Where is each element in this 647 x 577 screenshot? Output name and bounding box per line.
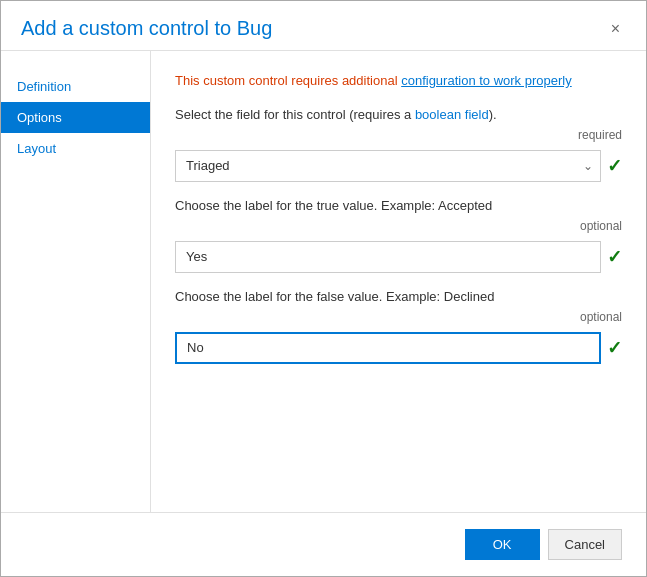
content-area: This custom control requires additional … xyxy=(151,51,646,512)
dialog-title: Add a custom control to Bug xyxy=(21,17,272,40)
field2-label: Choose the label for the true value. Exa… xyxy=(175,198,622,213)
dialog: Add a custom control to Bug × Definition… xyxy=(0,0,647,577)
sidebar-item-layout[interactable]: Layout xyxy=(1,133,150,164)
field3-check-icon: ✓ xyxy=(607,337,622,359)
field2-check-icon: ✓ xyxy=(607,246,622,268)
field1-row: Triaged Activated Resolved Closed ⌄ ✓ xyxy=(175,150,622,182)
sidebar-item-definition[interactable]: Definition xyxy=(1,71,150,102)
field1-required-label: required xyxy=(175,128,622,142)
info-message: This custom control requires additional … xyxy=(175,71,622,91)
dialog-body: Definition Options Layout This custom co… xyxy=(1,51,646,512)
field1-select[interactable]: Triaged Activated Resolved Closed xyxy=(175,150,601,182)
field3-input[interactable] xyxy=(175,332,601,364)
field1-check-icon: ✓ xyxy=(607,155,622,177)
ok-button[interactable]: OK xyxy=(465,529,540,560)
field3-row: ✓ xyxy=(175,332,622,364)
close-button[interactable]: × xyxy=(605,19,626,39)
field1-label: Select the field for this control (requi… xyxy=(175,107,622,122)
sidebar: Definition Options Layout xyxy=(1,51,151,512)
field2-input[interactable] xyxy=(175,241,601,273)
field2-group: Choose the label for the true value. Exa… xyxy=(175,198,622,273)
field3-optional-label: optional xyxy=(175,310,622,324)
dialog-header: Add a custom control to Bug × xyxy=(1,1,646,51)
field3-group: Choose the label for the false value. Ex… xyxy=(175,289,622,364)
field1-select-wrapper: Triaged Activated Resolved Closed ⌄ xyxy=(175,150,601,182)
sidebar-item-options[interactable]: Options xyxy=(1,102,150,133)
field1-group: Select the field for this control (requi… xyxy=(175,107,622,182)
dialog-footer: OK Cancel xyxy=(1,512,646,576)
field2-row: ✓ xyxy=(175,241,622,273)
cancel-button[interactable]: Cancel xyxy=(548,529,622,560)
field3-label: Choose the label for the false value. Ex… xyxy=(175,289,622,304)
field2-optional-label: optional xyxy=(175,219,622,233)
